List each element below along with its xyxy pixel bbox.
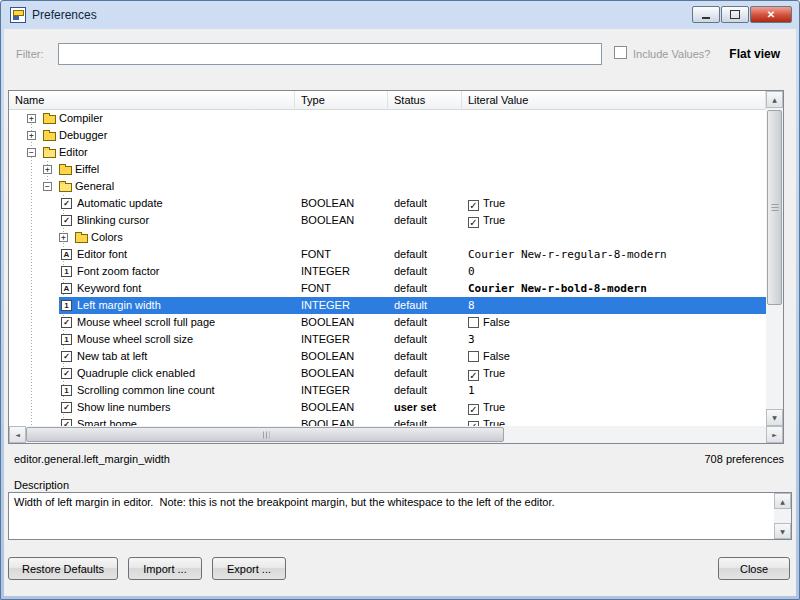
closed-folder-icon — [43, 115, 56, 124]
table-row[interactable]: +Eiffel — [9, 161, 766, 178]
import-button[interactable]: Import ... — [128, 557, 202, 580]
table-row[interactable]: −General — [9, 178, 766, 195]
pref-name: Mouse wheel scroll size — [77, 333, 295, 346]
pref-status: default — [394, 418, 462, 426]
preferences-table: NameTypeStatusLiteral Value +Compiler+De… — [8, 90, 784, 444]
table-row[interactable]: +Debugger — [9, 127, 766, 144]
table-row[interactable]: ✓Automatic updateBOOLEANdefault✓True — [9, 195, 766, 212]
maximize-button[interactable] — [721, 6, 749, 23]
pref-name: Blinking cursor — [77, 214, 295, 227]
preferences-count: 708 preferences — [705, 453, 785, 465]
pref-status: default — [394, 214, 462, 227]
pref-type: BOOLEAN — [301, 197, 388, 210]
unchecked-checkbox-icon[interactable] — [468, 351, 479, 362]
tree-rows: +Compiler+Debugger−Editor+Eiffel−General… — [9, 110, 766, 426]
table-row[interactable]: 1Left margin widthINTEGERdefault8 — [9, 297, 766, 314]
unchecked-checkbox-icon[interactable] — [468, 317, 479, 328]
integer-pref-icon: 1 — [61, 300, 72, 311]
pref-type: INTEGER — [301, 265, 388, 278]
table-row[interactable]: 1Font zoom factorINTEGERdefault0 — [9, 263, 766, 280]
table-row[interactable]: ✓Quadruple click enabledBOOLEANdefault✓T… — [9, 365, 766, 382]
pref-value: ✓True — [468, 197, 766, 211]
boolean-value-label: True — [483, 214, 505, 226]
checked-checkbox-icon[interactable]: ✓ — [468, 200, 479, 211]
pref-name: Show line numbers — [77, 401, 295, 414]
pref-value: 0 — [468, 265, 766, 278]
expand-icon[interactable]: + — [27, 131, 36, 140]
minimize-button[interactable] — [692, 6, 720, 23]
table-row[interactable]: ✓Show line numbersBOOLEANuser set✓True — [9, 399, 766, 416]
column-header[interactable]: Status — [388, 91, 462, 110]
pref-type: FONT — [301, 282, 388, 295]
collapse-icon[interactable]: − — [27, 148, 36, 157]
checked-checkbox-icon[interactable]: ✓ — [468, 217, 479, 228]
table-row[interactable]: +Compiler — [9, 110, 766, 127]
window-title: Preferences — [32, 8, 97, 22]
pref-value: ✓True — [468, 367, 766, 381]
boolean-pref-icon: ✓ — [61, 215, 72, 226]
scroll-right-button[interactable]: ► — [766, 426, 783, 443]
window-controls — [692, 6, 792, 23]
pref-status: default — [394, 384, 462, 397]
description-scroll-down-button[interactable]: ▼ — [774, 523, 791, 539]
boolean-pref-icon: ✓ — [61, 368, 72, 379]
scroll-up-button[interactable]: ▲ — [766, 91, 783, 108]
description-scrollbar[interactable]: ▲ ▼ — [774, 493, 791, 539]
boolean-pref-icon: ✓ — [61, 317, 72, 328]
pref-name: Scrolling common line count — [77, 384, 295, 397]
boolean-value-label: True — [483, 418, 505, 426]
include-values-label: Include Values? — [633, 48, 710, 60]
scroll-left-button[interactable]: ◄ — [9, 426, 26, 443]
close-window-button[interactable] — [750, 6, 792, 23]
pref-status: user set — [394, 401, 462, 414]
close-dialog-button[interactable]: Close — [718, 557, 790, 580]
filter-input[interactable] — [58, 43, 602, 65]
description-scroll-up-button[interactable]: ▲ — [774, 493, 791, 509]
table-row[interactable]: 1Mouse wheel scroll sizeINTEGERdefault3 — [9, 331, 766, 348]
horizontal-scrollbar[interactable]: ◄ ► — [9, 426, 783, 443]
scroll-down-button[interactable]: ▼ — [766, 409, 783, 426]
pref-status: default — [394, 299, 462, 312]
boolean-value-label: False — [483, 316, 510, 328]
column-header[interactable]: Type — [295, 91, 388, 110]
table-row[interactable]: ✓Mouse wheel scroll full pageBOOLEANdefa… — [9, 314, 766, 331]
table-row[interactable]: AKeyword fontFONTdefaultCourier New-r-bo… — [9, 280, 766, 297]
pref-value: Courier New-r-bold-8-modern — [468, 282, 766, 295]
description-label: Description — [14, 479, 69, 491]
vertical-scroll-thumb[interactable] — [767, 110, 782, 305]
pref-name: Keyword font — [77, 282, 295, 295]
expand-icon[interactable]: + — [27, 114, 36, 123]
boolean-pref-icon: ✓ — [61, 402, 72, 413]
table-row[interactable]: 1Scrolling common line countINTEGERdefau… — [9, 382, 766, 399]
checked-checkbox-icon[interactable]: ✓ — [468, 370, 479, 381]
expand-icon[interactable]: + — [43, 165, 52, 174]
pref-name: Compiler — [59, 112, 295, 125]
pref-name: Automatic update — [77, 197, 295, 210]
checked-checkbox-icon[interactable]: ✓ — [468, 404, 479, 415]
include-values-checkbox[interactable] — [614, 46, 627, 59]
pref-value: Courier New-r-regular-8-modern — [468, 248, 766, 261]
boolean-value-label: True — [483, 367, 505, 379]
restore-defaults-button[interactable]: Restore Defaults — [8, 557, 118, 580]
titlebar[interactable]: Preferences — [1, 1, 799, 29]
column-header[interactable]: Literal Value — [462, 91, 766, 110]
expand-icon[interactable]: + — [59, 233, 68, 242]
table-row[interactable]: ✓Blinking cursorBOOLEANdefault✓True — [9, 212, 766, 229]
description-text: Width of left margin in editor. Note: th… — [14, 496, 769, 508]
table-row[interactable]: +Colors — [9, 229, 766, 246]
integer-pref-icon: 1 — [61, 266, 72, 277]
vertical-scrollbar[interactable]: ▲ ▼ — [766, 91, 783, 426]
table-row[interactable]: ✓Smart homeBOOLEANdefault✓True — [9, 416, 766, 426]
flat-view-button[interactable]: Flat view — [729, 47, 780, 61]
boolean-pref-icon: ✓ — [61, 198, 72, 209]
pref-name: Debugger — [59, 129, 295, 142]
collapse-icon[interactable]: − — [43, 182, 52, 191]
table-row[interactable]: −Editor — [9, 144, 766, 161]
table-row[interactable]: AEditor fontFONTdefaultCourier New-r-reg… — [9, 246, 766, 263]
table-row[interactable]: ✓New tab at leftBOOLEANdefaultFalse — [9, 348, 766, 365]
pref-type: BOOLEAN — [301, 418, 388, 426]
closed-folder-icon — [43, 132, 56, 141]
export-button[interactable]: Export ... — [212, 557, 286, 580]
horizontal-scroll-thumb[interactable] — [26, 427, 504, 442]
column-header[interactable]: Name — [9, 91, 295, 110]
